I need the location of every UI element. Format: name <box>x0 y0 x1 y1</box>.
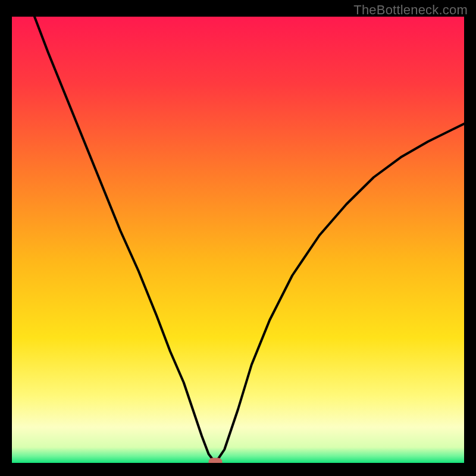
watermark-text: TheBottleneck.com <box>353 2 468 18</box>
optimal-point-marker <box>209 458 222 463</box>
plot-area <box>12 17 464 463</box>
gradient-background <box>12 17 464 463</box>
chart-frame: TheBottleneck.com <box>0 0 476 476</box>
bottleneck-chart <box>12 17 464 463</box>
